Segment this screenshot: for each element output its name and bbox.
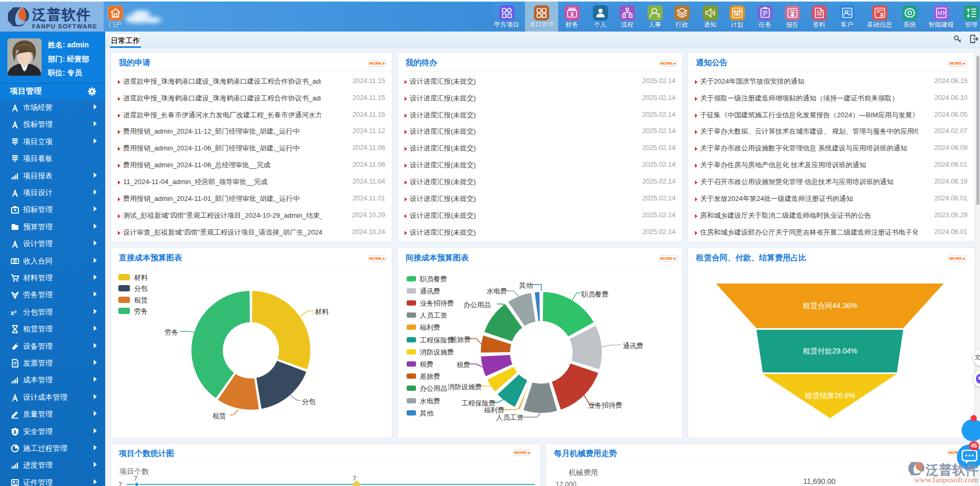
svg-text:租赁结算26.6%: 租赁结算26.6% (805, 391, 855, 400)
svg-text:¥: ¥ (570, 11, 574, 17)
svg-text:¥: ¥ (880, 12, 883, 18)
svg-text:租赁付款29.04%: 租赁付款29.04% (803, 347, 857, 355)
svg-text:租赁合同44.36%: 租赁合同44.36% (803, 301, 857, 310)
svg-text:FANPU SOFTWARE: FANPU SOFTWARE (32, 23, 97, 29)
svg-text:泛普软件: 泛普软件 (32, 7, 91, 23)
